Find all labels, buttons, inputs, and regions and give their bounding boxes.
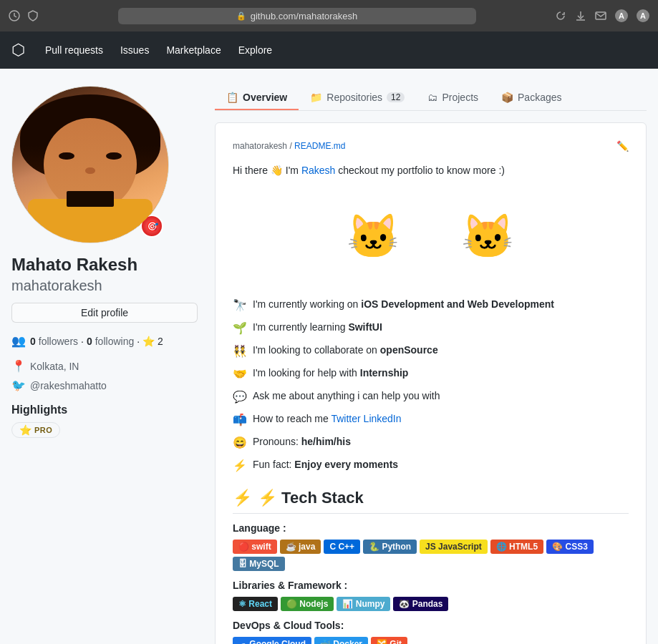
badge-html: 🌐 HTML5 — [490, 540, 543, 554]
readme-card: mahatorakesh / README.md ✏️ Hi there 👋 I… — [215, 122, 647, 644]
nav-issues[interactable]: Issues — [112, 40, 158, 60]
avatar — [11, 86, 169, 243]
user-avatar-1[interactable]: A — [615, 9, 628, 22]
list-item: 📫 How to reach me Twitter LinkedIn — [233, 411, 629, 429]
intro-text: Hi there 👋 I'm Rakesh checkout my portfo… — [233, 163, 629, 178]
tech-stack-header: ⚡ ⚡ Tech Stack — [233, 489, 629, 514]
user-display-name: Mahato Rakesh — [11, 255, 198, 275]
following-label: following — [95, 336, 134, 347]
location-text: Kolkata, IN — [30, 361, 79, 372]
badge-gcloud: ☁ Google Cloud — [233, 637, 311, 644]
badge-docker: 🐳 Docker — [314, 637, 368, 644]
list-item: 👯 I'm looking to collaborate on openSour… — [233, 343, 629, 360]
location-icon: 📍 — [11, 359, 26, 373]
bullet-icon: 🌱 — [233, 320, 247, 337]
shield-icon — [27, 10, 39, 21]
list-item: 💬 Ask me about anything i can help you w… — [233, 389, 629, 406]
edit-readme-icon[interactable]: ✏️ — [616, 140, 629, 152]
tab-repos-label: Repositories — [326, 92, 382, 103]
followers-label: followers — [39, 336, 78, 347]
svg-rect-1 — [596, 12, 606, 19]
badge-cpp: C C++ — [324, 540, 360, 554]
readme-list: 🔭 I'm currently working on iOS Developme… — [233, 297, 629, 474]
mail-icon[interactable] — [595, 10, 606, 21]
github-logo[interactable]: ⬡ — [11, 41, 25, 59]
profile-tabs: 📋 Overview 📁 Repositories 12 🗂 Projects … — [215, 86, 647, 111]
tab-overview-label: Overview — [243, 92, 287, 103]
badge-css: 🎨 CSS3 — [546, 540, 594, 554]
badge-java: ☕ java — [280, 540, 321, 554]
repo-icon: 📁 — [310, 92, 322, 103]
following-count: 0 — [87, 336, 92, 347]
language-label: Language : — [233, 522, 629, 534]
refresh-icon[interactable] — [555, 10, 566, 21]
octocat-daftpunk: 🐱 — [331, 190, 417, 283]
badge-numpy: 📊 Numpy — [337, 597, 390, 611]
badge-javascript: JS JavaScript — [420, 540, 488, 554]
twitter-link[interactable]: Twitter — [331, 413, 360, 424]
nav-marketplace[interactable]: Marketplace — [158, 40, 229, 60]
pro-text: PRO — [34, 426, 52, 434]
user-avatar-2[interactable]: A — [637, 9, 649, 22]
bullet-icon: 💬 — [233, 389, 247, 406]
separator-dot: · — [81, 336, 84, 347]
list-item: 🤝 I'm looking for help with Internship — [233, 366, 629, 383]
tab-packages[interactable]: 📦 Packages — [490, 86, 573, 110]
followers-icon: 👥 — [11, 334, 26, 348]
tab-repositories[interactable]: 📁 Repositories 12 — [299, 86, 416, 110]
user-handle: mahatorakesh — [11, 278, 198, 294]
devops-label: DevOps & Cloud Tools: — [233, 620, 629, 631]
libraries-label: Libraries & Framework : — [233, 580, 629, 591]
star-icon: ⭐ — [142, 336, 155, 347]
followers-count: 0 — [30, 336, 36, 347]
browser-action-icons: A A — [555, 9, 649, 22]
linkedin-link[interactable]: LinkedIn — [364, 413, 402, 424]
language-badges: 🔴 swift ☕ java C C++ 🐍 Python JS JavaScr… — [233, 540, 629, 571]
twitter-icon: 🐦 — [11, 379, 26, 392]
library-badges: ⚛ React 🟢 Nodejs 📊 Numpy 🐼 Pandas — [233, 597, 629, 611]
tab-projects[interactable]: 🗂 Projects — [416, 86, 490, 110]
list-item: 🔭 I'm currently working on iOS Developme… — [233, 297, 629, 314]
bullet-icon: 😄 — [233, 434, 247, 452]
lock-icon: 🔒 — [236, 11, 246, 21]
projects-icon: 🗂 — [427, 92, 437, 103]
list-item: ⚡ Fun fact: Enjoy every moments — [233, 457, 629, 474]
badge-pandas: 🐼 Pandas — [393, 597, 448, 611]
rakesh-link[interactable]: Rakesh — [301, 165, 335, 176]
main-content: 🎯 Mahato Rakesh mahatorakesh Edit profil… — [0, 69, 658, 644]
badge-swift: 🔴 swift — [233, 540, 277, 554]
sidebar: 🎯 Mahato Rakesh mahatorakesh Edit profil… — [11, 86, 198, 644]
edit-profile-button[interactable]: Edit profile — [11, 303, 198, 323]
right-content: 📋 Overview 📁 Repositories 12 🗂 Projects … — [215, 86, 647, 644]
readme-header: mahatorakesh / README.md ✏️ — [233, 140, 629, 152]
followers-row: 👥 0 followers · 0 following · ⭐ 2 — [11, 334, 198, 348]
browser-chrome: 🔒 github.com/mahatorakesh A A — [0, 0, 658, 31]
badge-mysql: 🗄 MySQL — [233, 557, 285, 571]
clock-icon — [9, 10, 20, 21]
nav-pull-requests[interactable]: Pull requests — [37, 40, 112, 60]
bullet-icon: ⚡ — [233, 457, 247, 474]
list-item: 🌱 I'm currently learning SwiftUI — [233, 320, 629, 337]
badge-git: 🔀 Git — [371, 637, 407, 644]
packages-icon: 📦 — [501, 92, 513, 103]
highlights-title: Highlights — [11, 404, 198, 416]
bullet-icon: 👯 — [233, 343, 247, 360]
nav-explore[interactable]: Explore — [230, 40, 281, 60]
highlights-section: Highlights ⭐ PRO — [11, 404, 198, 438]
breadcrumb-file[interactable]: README.md — [294, 141, 345, 151]
pro-badge: ⭐ PRO — [11, 422, 60, 438]
browser-nav-icons — [9, 10, 39, 21]
devops-badges: ☁ Google Cloud 🐳 Docker 🔀 Git — [233, 637, 629, 644]
tab-packages-label: Packages — [518, 92, 561, 103]
tab-projects-label: Projects — [442, 92, 478, 103]
twitter-handle: @rakeshmahatto — [30, 380, 107, 391]
overview-icon: 📋 — [226, 92, 238, 103]
octocat-pixel: 🐱 — [445, 190, 531, 283]
tab-overview[interactable]: 📋 Overview — [215, 86, 299, 110]
download-icon[interactable] — [575, 10, 586, 21]
bullet-icon: 📫 — [233, 411, 247, 429]
bullet-icon: 🤝 — [233, 366, 247, 383]
pro-star-icon: ⭐ — [19, 424, 32, 436]
address-bar[interactable]: 🔒 github.com/mahatorakesh — [118, 8, 476, 24]
breadcrumb-user: mahatorakesh — [233, 141, 287, 151]
